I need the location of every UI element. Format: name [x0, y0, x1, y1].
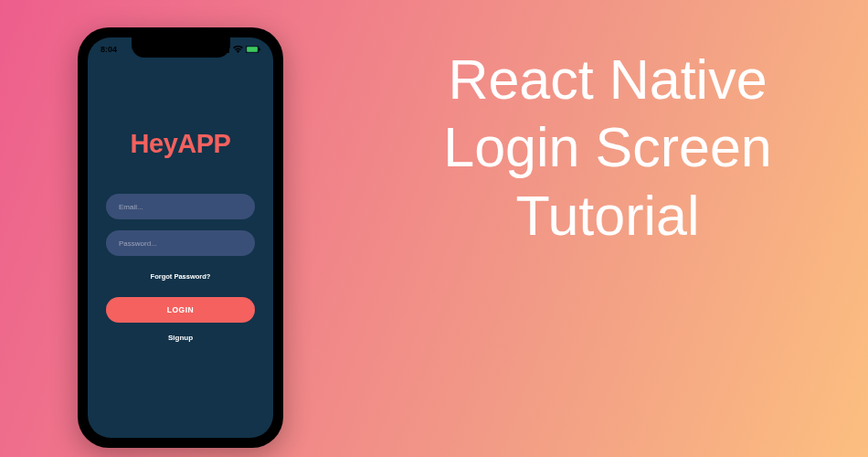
- password-field[interactable]: [106, 230, 255, 256]
- forgot-password-link[interactable]: Forgot Password?: [151, 272, 211, 281]
- signup-link[interactable]: Signup: [168, 334, 193, 342]
- phone-screen: 8:04 HeyAPP Forgot Password? LOGIN Signu…: [88, 37, 273, 438]
- login-screen: HeyAPP Forgot Password? LOGIN Signup: [88, 37, 273, 438]
- email-field[interactable]: [106, 194, 255, 219]
- phone-notch: [132, 37, 230, 58]
- page-title: React Native Login Screen Tutorial: [384, 46, 831, 250]
- app-logo: HeyAPP: [131, 129, 231, 159]
- login-button[interactable]: LOGIN: [106, 297, 255, 323]
- phone-mockup: 8:04 HeyAPP Forgot Password? LOGIN Signu…: [78, 27, 283, 448]
